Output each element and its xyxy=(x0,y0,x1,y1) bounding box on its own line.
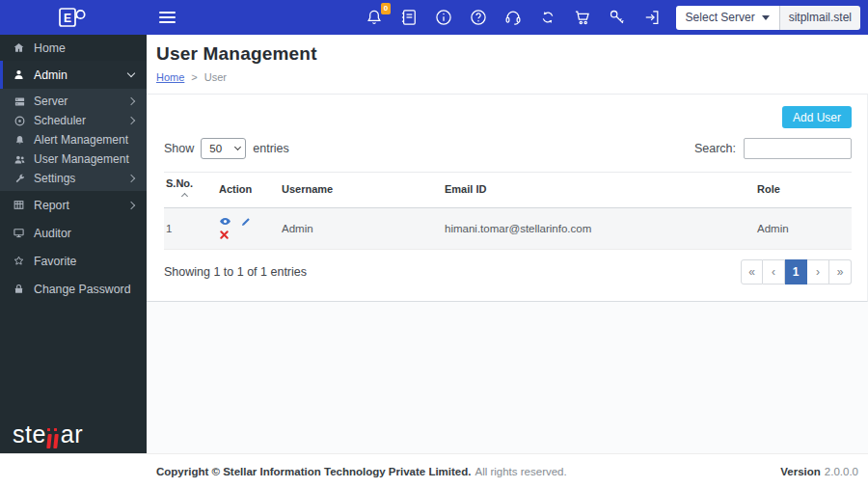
sidebar-item-admin[interactable]: Admin xyxy=(0,61,147,89)
server-selector: Select Server sitplmail.stel xyxy=(676,6,860,30)
column-header-action[interactable]: Action xyxy=(217,173,280,208)
copyright-text: Copyright © Stellar Information Technolo… xyxy=(156,466,567,477)
column-header-sno[interactable]: S.No. xyxy=(164,173,217,208)
sidebar-item-auditor[interactable]: Auditor xyxy=(0,219,147,247)
edit-user-icon[interactable] xyxy=(240,216,252,230)
page-header: User Management Home > User xyxy=(147,35,868,94)
add-user-button[interactable]: Add User xyxy=(782,106,852,128)
sidebar-item-home[interactable]: Home xyxy=(0,35,147,61)
key-icon[interactable] xyxy=(608,8,627,27)
menu-toggle-icon[interactable] xyxy=(159,9,176,26)
info-icon[interactable] xyxy=(434,8,453,27)
sort-asc-icon xyxy=(181,193,188,200)
admin-submenu: Server Scheduler Alert Management xyxy=(0,89,147,191)
version-text: Version2.0.0.0 xyxy=(780,466,858,477)
chevron-right-icon xyxy=(127,175,135,182)
chevron-right-icon xyxy=(127,117,135,124)
sidebar-item-server[interactable]: Server xyxy=(0,92,147,111)
sidebar-item-favorite[interactable]: Favorite xyxy=(0,247,147,275)
sidebar-item-change-password[interactable]: Change Password xyxy=(0,275,147,303)
sidebar-item-settings[interactable]: Settings xyxy=(0,169,147,188)
cell-sno: 1 xyxy=(164,208,217,250)
star-icon xyxy=(13,255,25,267)
list-controls: Show 50 entries Search: xyxy=(164,138,852,159)
chevron-down-icon xyxy=(762,15,770,20)
page-title: User Management xyxy=(156,43,853,65)
select-server-label: Select Server xyxy=(686,11,755,24)
server-icon xyxy=(14,95,26,108)
address-book-icon[interactable] xyxy=(399,8,419,27)
clock-icon xyxy=(14,115,26,127)
chevron-right-icon xyxy=(127,97,135,105)
cell-role: Admin xyxy=(755,208,852,250)
chevron-down-icon xyxy=(127,69,135,77)
cart-icon[interactable] xyxy=(573,8,592,27)
column-header-role[interactable]: Role xyxy=(755,173,852,208)
cell-actions xyxy=(217,208,280,250)
cell-email: himani.tomar@stellarinfo.com xyxy=(443,208,755,250)
monitor-icon xyxy=(13,227,25,239)
users-table: S.No. Action Username Email ID Role 1 xyxy=(164,172,852,250)
stellar-logo-red-ll xyxy=(47,428,60,448)
topbar-icons: 0 xyxy=(365,8,662,27)
sidebar: Home Admin Server Scheduler xyxy=(0,35,147,453)
bell-icon xyxy=(14,134,26,147)
sync-icon[interactable] xyxy=(538,8,557,27)
entries-per-page: Show 50 entries xyxy=(164,138,289,159)
table-row: 1 xyxy=(164,208,852,250)
stellar-logo: ste ar xyxy=(13,420,83,448)
sidebar-item-alert-management[interactable]: Alert Management xyxy=(0,130,147,149)
breadcrumb: Home > User xyxy=(156,71,853,83)
search-input[interactable] xyxy=(744,138,852,159)
table-header-row: S.No. Action Username Email ID Role xyxy=(164,173,852,208)
breadcrumb-current: User xyxy=(204,71,227,83)
main-content: User Management Home > User Add User Sho… xyxy=(147,35,868,453)
delete-user-icon[interactable] xyxy=(219,230,230,242)
exchange-logo-icon: E xyxy=(0,6,147,29)
chevron-right-icon xyxy=(127,201,135,208)
support-headset-icon[interactable] xyxy=(503,8,523,27)
sidebar-item-report[interactable]: Report xyxy=(0,191,147,219)
server-name: sitplmail.stel xyxy=(780,6,860,30)
pagination-page-1[interactable]: 1 xyxy=(785,259,807,285)
pagination-first[interactable]: « xyxy=(741,259,763,285)
home-icon xyxy=(13,41,25,54)
pagination: « ‹ 1 › » xyxy=(741,259,852,285)
cell-username: Admin xyxy=(280,208,443,250)
table-icon xyxy=(13,199,25,211)
svg-text:E: E xyxy=(64,12,71,25)
select-server-dropdown[interactable]: Select Server xyxy=(676,6,780,30)
topbar: E 0 xyxy=(0,0,868,35)
entries-summary: Showing 1 to 1 of 1 entries xyxy=(164,265,307,279)
users-icon xyxy=(14,153,26,166)
app-footer: Copyright © Stellar Information Technolo… xyxy=(0,453,868,488)
column-header-email[interactable]: Email ID xyxy=(443,173,755,208)
help-icon[interactable] xyxy=(469,8,488,27)
breadcrumb-home-link[interactable]: Home xyxy=(156,71,184,83)
sidebar-item-scheduler[interactable]: Scheduler xyxy=(0,111,147,130)
lock-icon xyxy=(13,283,25,295)
notification-count-badge: 0 xyxy=(381,3,390,14)
sign-out-icon[interactable] xyxy=(642,8,662,27)
pagination-prev[interactable]: ‹ xyxy=(763,259,785,285)
search-box: Search: xyxy=(694,138,852,159)
view-user-icon[interactable] xyxy=(219,215,231,230)
sidebar-item-user-management[interactable]: User Management xyxy=(0,149,147,169)
user-list-card: Add User Show 50 entries Search: xyxy=(147,94,868,302)
breadcrumb-separator: > xyxy=(191,71,197,83)
user-icon xyxy=(13,68,25,81)
wrench-icon xyxy=(14,173,26,185)
search-label: Search: xyxy=(694,142,736,155)
notifications-bell-icon[interactable]: 0 xyxy=(365,8,384,27)
column-header-username[interactable]: Username xyxy=(280,173,443,208)
entries-select[interactable]: 50 xyxy=(201,138,246,159)
pagination-next[interactable]: › xyxy=(807,259,829,285)
pagination-last[interactable]: » xyxy=(829,259,852,285)
